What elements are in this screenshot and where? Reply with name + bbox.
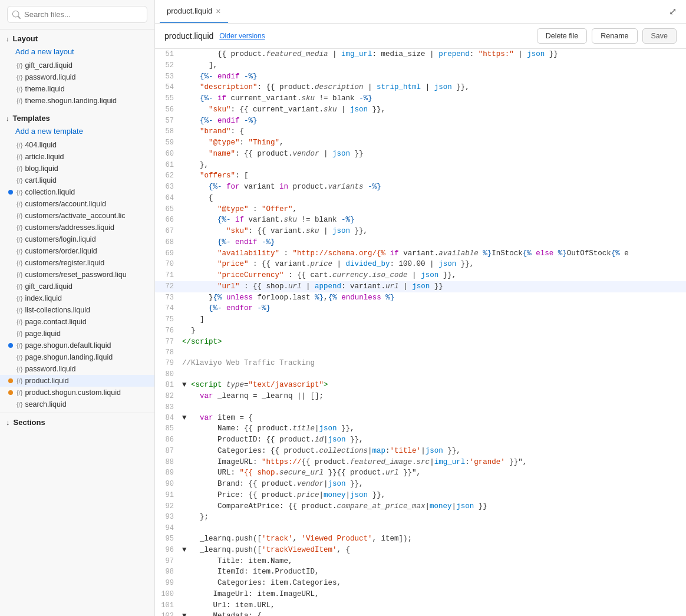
search-input[interactable] [7,6,147,23]
main-editor: product.liquid × ⤢ product.liquid Older … [155,0,686,616]
dot-icon [8,143,13,147]
tab-product-liquid[interactable]: product.liquid × [160,0,228,23]
list-item[interactable]: {/}page.contact.liquid [0,316,154,328]
table-row: 58 "brand": { [155,126,686,137]
sections-footer[interactable]: ↓ Sections [0,413,154,431]
expand-icon[interactable]: ⤢ [664,4,681,19]
code-table: 51 {{ product.featured_media | img_url: … [155,49,686,616]
layout-label: Layout [13,34,38,43]
template-file-list: {/}404.liquid {/}article.liquid {/}blog.… [0,139,154,413]
add-template-link[interactable]: Add a new template [0,125,154,139]
table-row: 81▼ <script type="text/javascript"> [155,380,686,391]
editor-header: product.liquid Older versions Delete fil… [155,24,686,49]
table-row: 66 {%- if variant.sku != blank -%} [155,215,686,226]
dot-icon [8,390,13,395]
tab-close-button[interactable]: × [216,7,220,15]
table-row: 62 "offers": [ [155,170,686,182]
save-button[interactable]: Save [642,28,677,44]
table-row: 54 "description": {{ product.description… [155,82,686,93]
table-row: 101 Url: item.URL, [155,600,686,611]
add-layout-link[interactable]: Add a new layout [0,45,154,60]
list-item[interactable]: {/}cart.liquid [0,174,154,186]
list-item[interactable]: {/}customers/reset_password.liqu [0,269,154,281]
sections-arrow-icon: ↓ [6,418,10,427]
table-row: 60 "name": {{ product.vendor | json }} [155,149,686,160]
dot-icon [8,154,13,159]
dot-icon [8,402,13,407]
table-row: 57 {%- endif -%} [155,116,686,127]
table-row: 55 {%- if current_variant.sku != blank -… [155,93,686,104]
list-item[interactable]: {/}list-collections.liquid [0,304,154,316]
templates-label: Templates [13,114,50,123]
list-item[interactable]: {/}blog.liquid [0,163,154,174]
dot-icon [8,166,13,171]
list-item[interactable]: {/}404.liquid [0,139,154,151]
dot-icon [8,367,13,371]
list-item[interactable]: {/}collection.liquid [0,186,154,198]
list-item[interactable]: {/}password.liquid [0,363,154,375]
dot-icon [8,87,13,91]
dot-icon [8,308,13,312]
list-item[interactable]: {/}customers/account.liquid [0,198,154,210]
table-row: 52 ], [155,60,686,71]
templates-arrow-icon: ↓ [6,115,9,122]
dot-icon [8,190,13,195]
list-item-product[interactable]: {/}product.liquid [0,375,154,387]
table-row: 96▼ _learnq.push(['trackViewedItem', { [155,545,686,556]
table-row: 65 "@type" : "Offer", [155,204,686,215]
table-row: 83 [155,402,686,413]
table-row: 79//Klaviyo Web Traffic Tracking [155,358,686,369]
table-row: 51 {{ product.featured_media | img_url: … [155,49,686,60]
delete-file-button[interactable]: Delete file [537,28,588,44]
list-item[interactable]: {/}page.shogun.default.liquid [0,340,154,351]
dot-icon [8,319,13,324]
table-row: 80 [155,369,686,380]
list-item[interactable]: {/} password.liquid [0,71,154,83]
table-row: 95 _learnq.push(['track', 'Viewed Produc… [155,533,686,545]
list-item[interactable]: {/}customers/login.liquid [0,233,154,245]
table-row: 90 Brand: {{ product.vendor|json }}, [155,479,686,490]
table-row: 67 "sku": {{ variant.sku | json }}, [155,226,686,237]
dot-icon [8,225,13,230]
table-row: 61 }, [155,160,686,171]
dot-icon [8,237,13,242]
code-editor[interactable]: 51 {{ product.featured_media | img_url: … [155,49,686,616]
table-row: 99 Categories: item.Categories, [155,578,686,589]
list-item[interactable]: {/} theme.liquid [0,83,154,95]
table-row: 64 { [155,193,686,204]
list-item[interactable]: {/}customers/addresses.liquid [0,222,154,233]
older-versions-link[interactable]: Older versions [219,32,265,40]
table-row: 75 ] [155,314,686,325]
list-item[interactable]: {/}index.liquid [0,292,154,304]
list-item[interactable]: {/}product.shogun.custom.liquid [0,387,154,398]
table-row: 98 ItemId: item.ProductID, [155,566,686,578]
list-item[interactable]: {/}customers/activate_account.lic [0,210,154,222]
dot-icon [8,378,13,383]
dot-icon [8,331,13,336]
list-item[interactable]: {/}search.liquid [0,398,154,410]
table-row: 94 [155,523,686,533]
list-item[interactable]: {/}article.liquid [0,151,154,163]
list-item[interactable]: {/}page.liquid [0,328,154,340]
dot-icon [8,249,13,253]
list-item[interactable]: {/}gift_card.liquid [0,281,154,292]
table-row: 88 ImageURL: "https://{{ product.feature… [155,457,686,468]
tab-bar: product.liquid × ⤢ [155,0,686,24]
list-item[interactable]: {/}customers/order.liquid [0,245,154,257]
dot-icon [8,296,13,301]
table-row: 87 Categories: {{ product.collections|ma… [155,446,686,457]
list-item[interactable]: {/} theme.shogun.landing.liquid [0,95,154,107]
layout-file-list: {/} gift_card.liquid {/} password.liquid… [0,60,154,109]
layout-arrow-icon: ↓ [6,35,9,42]
list-item[interactable]: {/}page.shogun.landing.liquid [0,351,154,363]
layout-section-header[interactable]: ↓ Layout [0,29,154,45]
templates-section-header[interactable]: ↓ Templates [0,109,154,125]
dot-icon [8,98,13,103]
table-row: 70 "price" : {{ variant.price | divided_… [155,259,686,270]
sidebar: ↓ Layout Add a new layout {/} gift_card.… [0,0,155,616]
rename-button[interactable]: Rename [592,28,637,44]
dot-icon [8,63,13,68]
dot-icon [8,202,13,206]
list-item[interactable]: {/} gift_card.liquid [0,60,154,71]
list-item[interactable]: {/}customers/register.liquid [0,257,154,269]
